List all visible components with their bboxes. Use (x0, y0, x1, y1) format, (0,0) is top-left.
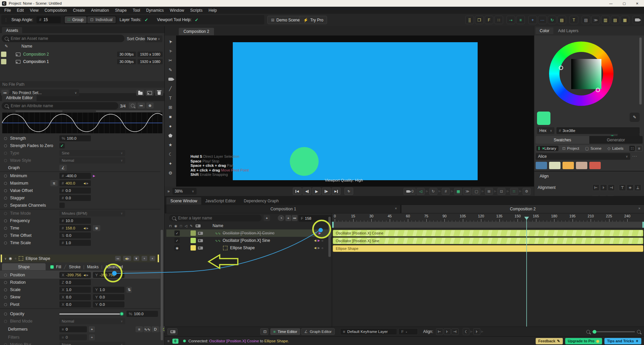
attribute-connector[interactable] (4, 159, 7, 162)
attribute-connector[interactable] (4, 234, 7, 237)
prev-keyframe-icon[interactable]: ◀ (314, 239, 316, 242)
attribute-connector[interactable] (4, 182, 7, 185)
frame-tool-icon[interactable]: ⊞ (167, 105, 174, 110)
expand-tools-icon[interactable]: » (167, 189, 170, 194)
pi-expression-button[interactable]: π (50, 180, 58, 186)
asset-name[interactable]: Composition 2 (23, 52, 49, 57)
attribute-search-input[interactable]: Enter an Attribute name (2, 102, 118, 110)
lock-column-icon[interactable]: ⊓ (169, 224, 172, 228)
select-tool-icon[interactable]: ➤ (166, 37, 174, 46)
color-panel-scrollbar[interactable] (639, 38, 642, 105)
rectangle-tool-icon[interactable]: ■ (167, 114, 174, 120)
hook-icon[interactable]: ↻ (429, 188, 437, 195)
tab-masks[interactable]: Masks (87, 265, 99, 269)
layer-row-cosine[interactable]: ✓ ∿∿ Oscillator [Position.X] Cosine ⊘ ▶ (166, 229, 332, 237)
tab-advanced[interactable]: Advanced (105, 265, 123, 269)
layer-name[interactable]: Ellipse Shape (230, 246, 255, 250)
time-mode-select[interactable]: Minutes (BPM)∨ (59, 210, 125, 216)
zoom-in-icon[interactable] (637, 330, 641, 334)
attribute-connector[interactable] (4, 281, 7, 284)
palette-swatch[interactable] (536, 162, 547, 169)
track-cosine[interactable]: Oscillator [Position.X] Cosine (333, 230, 643, 236)
close-button[interactable]: ✕ (636, 2, 639, 5)
range-end-cap[interactable] (642, 222, 644, 228)
layer-color-swatch[interactable] (191, 238, 196, 243)
tab-javascript-editor[interactable]: JavaScript Editor (201, 197, 240, 205)
strength-field[interactable]: %100.0 (59, 135, 91, 141)
graph-button[interactable]: ∠ (59, 165, 67, 171)
timeline-zoom-slider[interactable] (592, 331, 635, 332)
attribute-connector[interactable] (4, 152, 7, 155)
frame-bounds-icon[interactable]: ▢ (472, 188, 480, 195)
asset-row[interactable]: Composition 2 30.00fps 1920 x 1080 (0, 51, 164, 58)
align-right-icon[interactable]: ⊣ (608, 184, 615, 191)
range-start-cap[interactable] (332, 222, 334, 228)
attribute-connector[interactable] (4, 144, 7, 147)
scale-y-field[interactable]: Y1.0 (93, 287, 124, 293)
attribute-connector[interactable] (4, 197, 7, 200)
transparency-checker-icon[interactable]: ∷ (510, 188, 518, 195)
collapse-icon[interactable]: ∨ (4, 257, 7, 260)
library-button[interactable]: Library (536, 146, 558, 151)
timeline-range-bar[interactable] (332, 222, 644, 228)
columns-layout-icon[interactable]: ▥ (601, 16, 610, 24)
tab-align[interactable]: Align (536, 173, 553, 180)
prev-frame-button[interactable]: ◀ (303, 188, 311, 195)
opacity-field[interactable]: %100.0 (126, 311, 158, 317)
tab-color[interactable]: Color (536, 27, 553, 34)
align-bottom-icon[interactable]: ⊥ (634, 184, 641, 191)
attribute-connector[interactable] (4, 212, 7, 215)
list-view-icon[interactable]: ≡ (636, 146, 642, 151)
try-pro-button[interactable]: ⚡ Try Pro (300, 16, 327, 24)
assets-tab[interactable]: Assets (2, 27, 22, 34)
zoom-level-select[interactable]: 38%∨ (172, 188, 197, 195)
layer-tools-check-icon[interactable]: ✓ (145, 17, 148, 22)
minimum-field[interactable]: #-400.0 (59, 173, 91, 179)
sparkle-tool-icon[interactable]: ✦ (167, 161, 174, 166)
layer-color-swatch[interactable] (191, 245, 196, 251)
sequence-bars-icon[interactable]: ≫ (591, 16, 600, 24)
pen-tool-icon[interactable]: ✎ (167, 67, 174, 73)
key-align-right-icon[interactable]: ⊣ (451, 328, 459, 335)
trail-icon[interactable]: ··· (538, 16, 547, 24)
attribute-connector[interactable] (4, 274, 7, 277)
deformer-list-icon[interactable]: ≡ (136, 326, 143, 332)
key-ease-icon[interactable]: ◠ (463, 328, 469, 335)
pivot-x-field[interactable]: X0.0 (59, 301, 91, 307)
attribute-connector[interactable] (4, 137, 7, 140)
align-top-icon[interactable]: ⊤ (619, 184, 626, 191)
layer-search-input[interactable]: Enter a layer name (169, 215, 262, 221)
tab-add-layers[interactable]: Add Layers (554, 27, 583, 34)
comp-tab-2[interactable]: Composition 2 (401, 205, 644, 213)
skew-x-field[interactable]: X0.0 (59, 294, 91, 300)
ellipse-shape-header[interactable]: ∨ ◉ ○ Ellipse Shape ≔ ◀▶ ▼ + × (1, 255, 159, 262)
visible-eye-icon[interactable]: ◉ (174, 245, 180, 251)
menu-item[interactable]: Help (206, 8, 220, 13)
menu-item[interactable]: Window (167, 8, 187, 13)
type-select[interactable]: Sine∨ (59, 150, 125, 156)
close-comp-tab-icon[interactable]: × (395, 206, 397, 210)
menu-item[interactable]: View (27, 8, 42, 13)
hue-picker-handle[interactable] (559, 66, 563, 70)
expand-editor-icon[interactable]: ⊡ (260, 328, 268, 335)
viewport-comp-tab[interactable]: Composition 2 (179, 28, 214, 35)
comp-tab-1[interactable]: Composition 1 (166, 205, 400, 213)
footer-camera-icon[interactable] (167, 328, 177, 335)
layer-name[interactable]: Oscillator [Position.X] Sine (223, 238, 270, 243)
blend-mode-select[interactable]: Normal∨ (59, 318, 125, 324)
attribute-scrollbar[interactable] (161, 230, 163, 340)
asset-search-input[interactable]: Enter an Asset name (2, 35, 124, 42)
menu-item[interactable]: File (1, 8, 14, 13)
align-left-icon[interactable]: ⊢ (592, 184, 599, 191)
position-x-field[interactable]: X-399.756◀▶ (59, 272, 91, 278)
timeline-ruler[interactable]: 0153045607590105120135150165180195210225… (332, 214, 644, 222)
tab-shape[interactable]: Shape (2, 263, 46, 270)
arc-tool-icon[interactable]: ◠ (168, 151, 173, 158)
oscillator-icon[interactable]: ↻ (548, 16, 556, 24)
tab-fill[interactable]: Fill (56, 265, 61, 269)
upgrade-pro-button[interactable]: Upgrade to Pro◉ (565, 338, 602, 344)
maximum-field[interactable]: #400.0◀▶ (59, 180, 91, 186)
labels-button[interactable]: ◇Labels (605, 146, 626, 151)
position-y-field[interactable]: Y-399.756 (93, 272, 124, 278)
menu-item[interactable]: Animation (88, 8, 112, 13)
